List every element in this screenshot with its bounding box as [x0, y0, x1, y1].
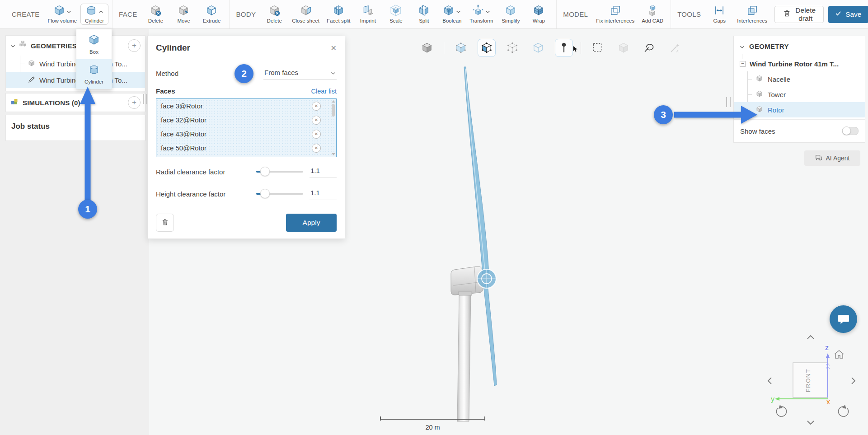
- close-icon[interactable]: [331, 44, 337, 52]
- radial-clearance-value[interactable]: 1.1: [310, 166, 337, 178]
- select-bodies-icon[interactable]: [478, 39, 496, 57]
- scroll-up-icon[interactable]: [332, 100, 335, 103]
- scroll-thumb[interactable]: [332, 104, 335, 117]
- apply-button[interactable]: Apply: [286, 214, 337, 232]
- toolbar-item-imprint[interactable]: Imprint: [354, 4, 382, 25]
- part-icon: [755, 90, 764, 99]
- cube-vertices-icon[interactable]: [452, 39, 470, 57]
- lasso-select-icon[interactable]: [640, 39, 658, 57]
- rotate-right-icon[interactable]: [852, 378, 855, 384]
- delete-draft-label: Delete draft: [795, 6, 816, 23]
- rotate-ccw-icon[interactable]: [776, 405, 786, 416]
- home-view-icon[interactable]: [835, 351, 844, 358]
- toolbar-item-delete[interactable]: Delete: [260, 4, 288, 25]
- radial-clearance-slider[interactable]: [256, 167, 303, 177]
- shaded-view-icon[interactable]: [418, 39, 436, 57]
- toolbar-item-extrude[interactable]: Extrude: [197, 4, 225, 25]
- select-vertices-icon[interactable]: [503, 39, 521, 57]
- toolbar-item-label: Fix interferences: [596, 18, 634, 23]
- support-chat-button[interactable]: [830, 305, 857, 333]
- toolbar-item-label: Flow volume: [48, 18, 77, 23]
- cube-extrude-icon: [206, 5, 217, 18]
- height-clearance-slider[interactable]: [256, 189, 303, 199]
- radial-clearance-label: Radial clearance factor: [156, 168, 256, 176]
- rotate-up-icon[interactable]: [807, 336, 814, 339]
- rotate-down-icon[interactable]: [807, 421, 814, 424]
- toolbar-item-transform[interactable]: Transform: [466, 4, 497, 25]
- delete-operation-button[interactable]: [156, 214, 174, 232]
- toolbar-item-facet-split[interactable]: Facet split: [323, 4, 354, 25]
- scroll-down-icon[interactable]: [332, 153, 335, 155]
- rotate-cw-icon[interactable]: [839, 405, 849, 416]
- select-volumes-icon[interactable]: [529, 39, 547, 57]
- toolbar-item-flow-volume[interactable]: Flow volume: [44, 4, 81, 25]
- ai-agent-button[interactable]: AI Agent: [804, 150, 860, 166]
- height-clearance-value[interactable]: 1.1: [310, 188, 337, 200]
- face-list-item[interactable]: face 3@Rotor: [156, 99, 336, 113]
- delete-draft-button[interactable]: Delete draft: [774, 6, 824, 23]
- geometry-panel-header[interactable]: GEOMETRY: [734, 36, 865, 56]
- geometry-child-tower[interactable]: Tower: [734, 87, 865, 102]
- toolbar-item-gaps[interactable]: Gaps: [705, 4, 733, 25]
- left-resize-handle[interactable]: [143, 94, 147, 104]
- wind-turbine-model[interactable]: [420, 63, 565, 426]
- create-menu-item-box[interactable]: Box: [76, 29, 112, 59]
- cube-delete-icon: [150, 5, 161, 18]
- box-select-icon[interactable]: [589, 39, 607, 57]
- faces-scrollbar[interactable]: [331, 100, 335, 155]
- toolbar-item-fix-interferences[interactable]: Fix interferences: [592, 4, 638, 25]
- face-list-item[interactable]: face 32@Rotor: [156, 113, 336, 127]
- remove-face-icon[interactable]: [312, 144, 321, 153]
- simulations-icon: [10, 98, 19, 108]
- collapse-icon[interactable]: [740, 61, 746, 67]
- method-select[interactable]: From faces: [263, 67, 337, 80]
- toolbar-item-add-cad[interactable]: Add CAD: [638, 4, 667, 25]
- simulations-panel[interactable]: SIMULATIONS (0): [5, 93, 145, 112]
- dialog-header: Cylinder: [148, 36, 345, 59]
- toolbar-item-boolean[interactable]: Boolean: [438, 4, 466, 25]
- ai-agent-label: AI Agent: [826, 154, 850, 162]
- toolbar-item-interferences[interactable]: Interferences: [733, 4, 771, 25]
- face-list-item[interactable]: face 50@Rotor: [156, 141, 336, 155]
- geometry-root-item[interactable]: Wind Turbine Rotor 41m T...: [734, 56, 865, 71]
- toolbar-item-split[interactable]: Split: [410, 4, 438, 25]
- remove-face-icon[interactable]: [312, 102, 321, 111]
- show-faces-toggle[interactable]: [842, 127, 859, 135]
- toolbar-item-label: Simplify: [502, 18, 520, 23]
- toolbar-item-label: Scale: [389, 18, 403, 23]
- face-item-label: face 50@Rotor: [161, 144, 206, 152]
- save-button[interactable]: Save: [828, 6, 868, 23]
- geometries-header[interactable]: GEOMETRIES: [6, 36, 145, 56]
- geometry-root-label: Wind Turbine Rotor 41m T...: [750, 60, 839, 68]
- top-toolbar: CREATE Flow volume CylinderFACE Delete M…: [0, 0, 868, 29]
- geometry-tree-item[interactable]: Wind Turbine Rotor 41m To...: [6, 72, 145, 88]
- front-face-label: FRONT: [805, 369, 812, 392]
- chat-icon: [815, 154, 822, 163]
- chevron-down-icon: [10, 42, 15, 50]
- add-geometry-button[interactable]: [128, 39, 141, 52]
- probe-point-icon[interactable]: [555, 39, 573, 57]
- toolbar-item-close-sheet[interactable]: Close sheet: [288, 4, 323, 25]
- toolbar-item-cylinder[interactable]: Cylinder: [80, 4, 108, 25]
- toolbar-item-delete[interactable]: Delete: [141, 4, 169, 25]
- toolbar-item-label: Imprint: [360, 18, 376, 23]
- toolbar-item-simplify[interactable]: Simplify: [497, 4, 525, 25]
- rotate-left-icon[interactable]: [768, 378, 771, 384]
- toolbar-item-label: Split: [419, 18, 429, 23]
- clear-list-link[interactable]: Clear list: [311, 88, 337, 95]
- geometry-tree-item[interactable]: Wind Turbine Rotor 41m To...: [6, 56, 145, 72]
- height-clearance-label: Height clearance factor: [156, 190, 256, 198]
- toolbar-item-label: Transform: [469, 18, 493, 23]
- toolbar-item-label: Wrap: [533, 18, 545, 23]
- navigation-widget[interactable]: FRONT z y x: [764, 331, 868, 435]
- toolbar-item-wrap[interactable]: Wrap: [525, 4, 553, 25]
- geometry-child-nacelle[interactable]: Nacelle: [734, 71, 865, 87]
- trash-icon: [783, 9, 791, 19]
- remove-face-icon[interactable]: [312, 116, 321, 125]
- toolbar-group-label: CREATE: [12, 10, 40, 18]
- face-list-item[interactable]: face 43@Rotor: [156, 127, 336, 141]
- add-simulation-button[interactable]: [128, 96, 141, 109]
- toolbar-item-scale[interactable]: Scale: [382, 4, 410, 25]
- remove-face-icon[interactable]: [312, 130, 321, 139]
- toolbar-item-move[interactable]: Move: [169, 4, 197, 25]
